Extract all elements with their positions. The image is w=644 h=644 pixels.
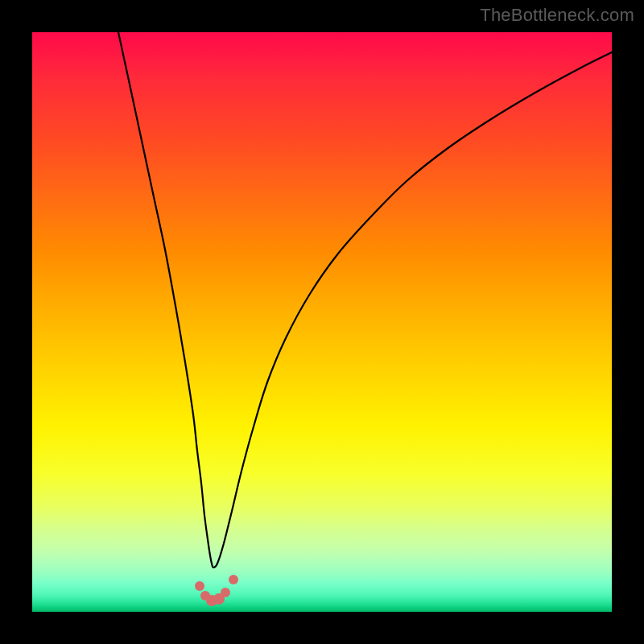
bottleneck-curve [118, 32, 612, 568]
highlight-dot [221, 588, 230, 597]
watermark-text: TheBottleneck.com [480, 5, 634, 26]
highlight-dot [229, 575, 238, 584]
plot-area [32, 32, 612, 612]
highlight-dots [195, 575, 238, 606]
chart-frame: TheBottleneck.com [0, 0, 644, 644]
curve-svg [32, 32, 612, 612]
highlight-dot [195, 581, 204, 591]
